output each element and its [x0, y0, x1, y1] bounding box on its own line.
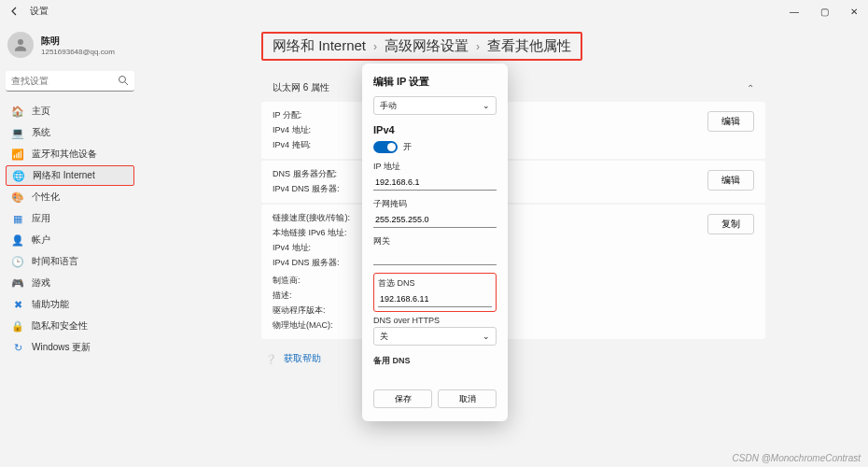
ipv4-heading: IPv4: [373, 124, 497, 135]
window-title: 设置: [30, 5, 49, 18]
back-button[interactable]: [7, 4, 22, 19]
mode-value: 手动: [380, 100, 397, 112]
dns2-label: 备用 DNS: [373, 355, 497, 367]
cancel-button[interactable]: 取消: [438, 389, 497, 408]
nav-label: Windows 更新: [32, 341, 91, 354]
avatar: [7, 32, 34, 58]
chevron-right-icon: ›: [373, 40, 377, 53]
nav-icon: 🌐: [12, 169, 25, 182]
doh-select[interactable]: 关 ⌄: [373, 327, 497, 346]
chevron-down-icon: ⌄: [483, 332, 490, 341]
nav-label: 时间和语言: [32, 255, 78, 268]
user-block[interactable]: 陈明 1251693648@qq.com: [6, 32, 134, 58]
mask-input[interactable]: [373, 212, 497, 228]
close-button[interactable]: ✕: [847, 5, 861, 18]
gateway-input[interactable]: [373, 249, 497, 265]
nav-icon: 🕒: [11, 255, 24, 268]
nav-icon: ↻: [11, 341, 24, 354]
ip-input[interactable]: [373, 175, 497, 191]
svg-line-2: [125, 82, 128, 85]
crumb-1[interactable]: 高级网络设置: [385, 37, 469, 55]
preferred-dns-group: 首选 DNS: [373, 273, 497, 312]
section-title: 以太网 6 属性: [273, 81, 329, 94]
sidebar-item-9[interactable]: ✖辅助功能: [6, 294, 134, 315]
nav-icon: 🔒: [11, 319, 24, 333]
nav-label: 主页: [32, 105, 50, 118]
sidebar-item-6[interactable]: 👤帐户: [6, 230, 134, 250]
sidebar-item-1[interactable]: 💻系统: [6, 122, 134, 143]
nav-icon: 🎨: [11, 191, 24, 204]
nav-icon: 📶: [11, 148, 24, 161]
svg-point-1: [119, 77, 126, 83]
chevron-up-icon: ⌃: [747, 83, 754, 93]
crumb-2: 查看其他属性: [487, 37, 571, 55]
search-icon: [118, 75, 129, 88]
search-box: [6, 71, 134, 92]
sidebar-item-8[interactable]: 🎮游戏: [6, 273, 134, 293]
ip-label: IP 地址: [373, 161, 497, 173]
nav-icon: 💻: [11, 126, 24, 139]
user-name: 陈明: [41, 35, 115, 48]
nav-icon: 🎮: [11, 276, 24, 290]
dialog-title: 编辑 IP 设置: [373, 75, 497, 89]
user-email: 1251693648@qq.com: [41, 48, 115, 56]
sidebar-item-7[interactable]: 🕒时间和语言: [6, 251, 134, 272]
help-icon: ❔: [265, 354, 276, 364]
breadcrumb: 网络和 Internet › 高级网络设置 › 查看其他属性: [261, 32, 582, 61]
nav-label: 网络和 Internet: [33, 169, 95, 182]
nav-icon: ▦: [11, 212, 24, 225]
nav-icon: ✖: [11, 298, 24, 311]
sidebar: 陈明 1251693648@qq.com 🏠主页💻系统📶蓝牙和其他设备🌐网络和 …: [0, 22, 140, 467]
maximize-button[interactable]: ▢: [818, 5, 831, 18]
nav-label: 应用: [32, 212, 50, 225]
property-card-0: IP 分配:IPv4 地址:IPv4 掩码:编辑: [261, 102, 765, 159]
sidebar-item-0[interactable]: 🏠主页: [6, 101, 134, 121]
nav-label: 个性化: [32, 191, 60, 204]
get-help-label: 获取帮助: [284, 352, 321, 365]
search-input[interactable]: [6, 71, 134, 92]
nav-label: 蓝牙和其他设备: [32, 148, 97, 161]
nav-label: 游戏: [32, 276, 50, 290]
sidebar-item-5[interactable]: ▦应用: [6, 208, 134, 229]
mode-select[interactable]: 手动 ⌄: [373, 96, 497, 115]
nav-label: 辅助功能: [32, 298, 69, 311]
sidebar-item-11[interactable]: ↻Windows 更新: [6, 337, 134, 358]
nav-label: 隐私和安全性: [32, 319, 88, 333]
dns1-input[interactable]: [378, 291, 492, 307]
edit-button[interactable]: 编辑: [707, 111, 754, 132]
doh-value: 关: [380, 331, 388, 343]
dns1-label: 首选 DNS: [378, 277, 492, 290]
sidebar-item-4[interactable]: 🎨个性化: [6, 187, 134, 207]
doh-label: DNS over HTTPS: [373, 316, 497, 325]
nav: 🏠主页💻系统📶蓝牙和其他设备🌐网络和 Internet🎨个性化▦应用👤帐户🕒时间…: [6, 101, 134, 358]
nav-icon: 🏠: [11, 105, 24, 118]
gateway-label: 网关: [373, 235, 497, 248]
edit-button[interactable]: 编辑: [707, 170, 754, 191]
svg-point-0: [18, 39, 23, 45]
section-header[interactable]: 以太网 6 属性 ⌃: [261, 74, 765, 102]
nav-label: 帐户: [32, 234, 50, 247]
save-button[interactable]: 保存: [373, 389, 432, 408]
mask-label: 子网掩码: [373, 198, 497, 210]
nav-label: 系统: [32, 126, 50, 139]
ipv4-toggle[interactable]: [373, 141, 398, 153]
property-card-2: 链接速度(接收/传输):本地链接 IPv6 地址:IPv4 地址:IPv4 DN…: [261, 205, 765, 339]
copy-button[interactable]: 复制: [707, 214, 754, 234]
property-card-1: DNS 服务器分配:IPv4 DNS 服务器:编辑: [261, 161, 765, 203]
ip-settings-dialog: 编辑 IP 设置 手动 ⌄ IPv4 开 IP 地址 子网掩码 网关 首选 DN…: [362, 64, 508, 421]
chevron-right-icon: ›: [476, 40, 480, 53]
get-help-link[interactable]: ❔ 获取帮助: [261, 352, 765, 365]
crumb-0[interactable]: 网络和 Internet: [273, 37, 366, 55]
sidebar-item-3[interactable]: 🌐网络和 Internet: [6, 165, 134, 186]
watermark: CSDN @MonochromeContrast: [733, 453, 861, 463]
nav-icon: 👤: [11, 234, 24, 247]
sidebar-item-2[interactable]: 📶蓝牙和其他设备: [6, 144, 134, 164]
sidebar-item-10[interactable]: 🔒隐私和安全性: [6, 316, 134, 336]
chevron-down-icon: ⌄: [483, 101, 490, 110]
minimize-button[interactable]: —: [788, 5, 801, 18]
toggle-label: 开: [403, 141, 412, 153]
